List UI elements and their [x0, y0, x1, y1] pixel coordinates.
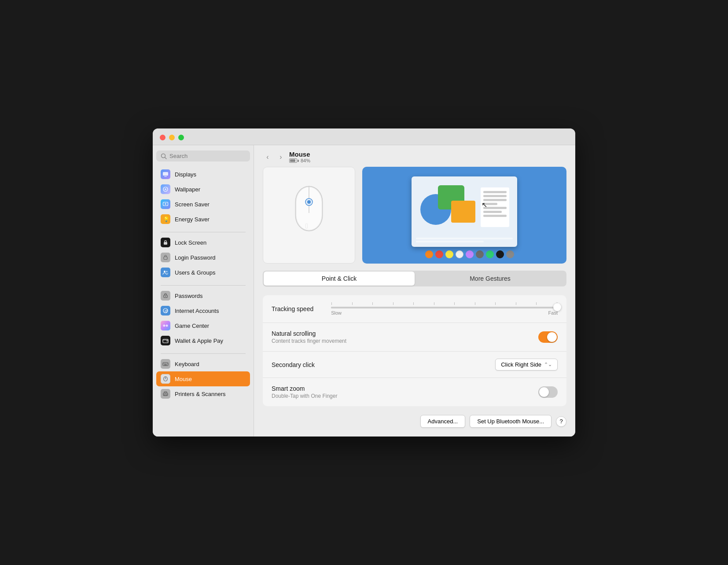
svg-point-18 [166, 325, 168, 327]
sidebar-item-passwords[interactable]: Passwords [156, 288, 250, 303]
mouse-label: Mouse [175, 376, 192, 382]
titlebar [153, 128, 575, 145]
svg-point-17 [163, 325, 165, 327]
svg-point-14 [165, 296, 166, 297]
svg-point-11 [164, 271, 165, 272]
secondary-click-value: Click Right Side [501, 361, 541, 368]
smart-zoom-sublabel: Double-Tap with One Finger [272, 393, 337, 399]
search-box[interactable] [156, 150, 250, 161]
preview-lines-bottom [416, 238, 513, 242]
wallet-icon [161, 336, 170, 345]
swatch-purple[interactable] [466, 250, 474, 258]
gamecenter-label: Game Center [175, 323, 209, 329]
swatch-yellow[interactable] [445, 250, 453, 258]
sidebar-item-wallpaper[interactable]: Wallpaper [156, 182, 250, 197]
bottom-buttons: Advanced... Set Up Bluetooth Mouse... ? [263, 415, 566, 428]
swatch-black[interactable] [496, 250, 504, 258]
close-button[interactable] [160, 135, 165, 140]
window-body: Displays Wallpaper Screen Saver � [153, 145, 575, 437]
svg-rect-32 [164, 394, 167, 396]
lockscreen-label: Lock Screen [175, 239, 206, 246]
battery-icon [289, 158, 299, 163]
svg-rect-10 [164, 257, 167, 260]
page-title: Mouse [289, 150, 310, 158]
bluetooth-mouse-button[interactable]: Set Up Bluetooth Mouse... [470, 415, 552, 428]
help-button[interactable]: ? [556, 416, 566, 427]
battery-level: 84% [301, 158, 310, 163]
divider-1 [161, 232, 246, 232]
sidebar-group-1: Displays Wallpaper Screen Saver � [156, 167, 250, 227]
tracking-speed-label: Tracking speed [272, 305, 313, 312]
minimize-button[interactable] [169, 135, 175, 140]
usersgroups-label: Users & Groups [175, 269, 215, 276]
swatch-darkgray[interactable] [506, 250, 514, 258]
tabs-container: Point & Click More Gestures [263, 271, 566, 286]
wallpaper-icon [161, 184, 170, 194]
swatch-white[interactable] [456, 250, 463, 258]
energysaver-icon: 💡 [161, 214, 170, 224]
toggle-knob [547, 332, 557, 342]
natural-scrolling-sublabel: Content tracks finger movement [272, 338, 346, 344]
preview-screen-inner: ↖ [412, 176, 517, 247]
sidebar-item-printers[interactable]: Printers & Scanners [156, 386, 250, 401]
swatch-green[interactable] [486, 250, 494, 258]
sidebar-item-internetaccounts[interactable]: @ Internet Accounts [156, 303, 250, 318]
swatch-orange[interactable] [425, 250, 433, 258]
energysaver-label: Energy Saver [175, 216, 210, 223]
printers-label: Printers & Scanners [175, 391, 226, 397]
sidebar-item-keyboard[interactable]: Keyboard [156, 356, 250, 371]
passwords-label: Passwords [175, 293, 203, 299]
svg-rect-9 [164, 242, 167, 245]
sidebar-item-energysaver[interactable]: 💡 Energy Saver [156, 212, 250, 227]
sidebar-item-usersgroups[interactable]: Users & Groups [156, 265, 250, 280]
svg-point-5 [165, 188, 166, 190]
svg-text:@: @ [165, 309, 168, 313]
search-input[interactable] [169, 153, 246, 159]
internetaccounts-icon: @ [161, 306, 170, 316]
svg-rect-25 [167, 363, 168, 364]
swatch-red[interactable] [435, 250, 443, 258]
slider-labels: Slow Fast [331, 310, 558, 316]
swatch-gray[interactable] [476, 250, 484, 258]
sidebar-item-gamecenter[interactable]: Game Center [156, 318, 250, 333]
advanced-button[interactable]: Advanced... [420, 415, 466, 428]
maximize-button[interactable] [178, 135, 184, 140]
sidebar-item-lockscreen[interactable]: Lock Screen [156, 235, 250, 250]
main-content: ‹ › Mouse 84% [254, 145, 575, 437]
tab-point-click[interactable]: Point & Click [264, 271, 415, 286]
natural-scrolling-toggle[interactable] [538, 331, 558, 343]
svg-rect-2 [163, 172, 168, 176]
sidebar-item-loginpassword[interactable]: Login Password [156, 250, 250, 265]
forward-button[interactable]: › [276, 152, 286, 162]
top-section:  [263, 167, 566, 264]
svg-text:💡: 💡 [163, 216, 169, 222]
tab-more-gestures[interactable]: More Gestures [415, 271, 566, 286]
divider-2 [161, 285, 246, 286]
mouse-illustration:  [287, 180, 331, 250]
back-button[interactable]: ‹ [263, 152, 272, 162]
svg-line-1 [165, 157, 167, 159]
wallet-label: Wallet & Apple Pay [175, 338, 223, 344]
smart-zoom-toggle-knob [539, 387, 549, 397]
tracking-speed-slider[interactable]: Slow Fast [331, 302, 558, 316]
tracking-speed-row: Tracking speed [263, 295, 566, 323]
swatch-blue[interactable] [415, 250, 423, 258]
natural-scrolling-label-area: Natural scrolling Content tracks finger … [272, 330, 346, 344]
sidebar-item-displays[interactable]: Displays [156, 167, 250, 182]
keyboard-label: Keyboard [175, 361, 199, 367]
dropdown-chevron-icon: ⌃⌄ [544, 362, 552, 367]
preview-rect-orange [451, 201, 475, 223]
slider-track[interactable] [331, 307, 558, 308]
sidebar-item-screensaver[interactable]: Screen Saver [156, 197, 250, 212]
content-body:  [254, 167, 575, 437]
sidebar-item-mouse[interactable]: Mouse [156, 371, 250, 386]
secondary-click-label: Secondary click [272, 361, 315, 368]
screensaver-icon [161, 199, 170, 209]
svg-point-12 [166, 271, 168, 272]
secondary-click-dropdown[interactable]: Click Right Side ⌃⌄ [495, 359, 558, 371]
slider-thumb[interactable] [553, 303, 561, 311]
gamecenter-icon [161, 321, 170, 330]
usersgroups-icon [161, 268, 170, 277]
sidebar-item-wallet[interactable]: Wallet & Apple Pay [156, 333, 250, 348]
smart-zoom-toggle[interactable] [538, 386, 558, 398]
